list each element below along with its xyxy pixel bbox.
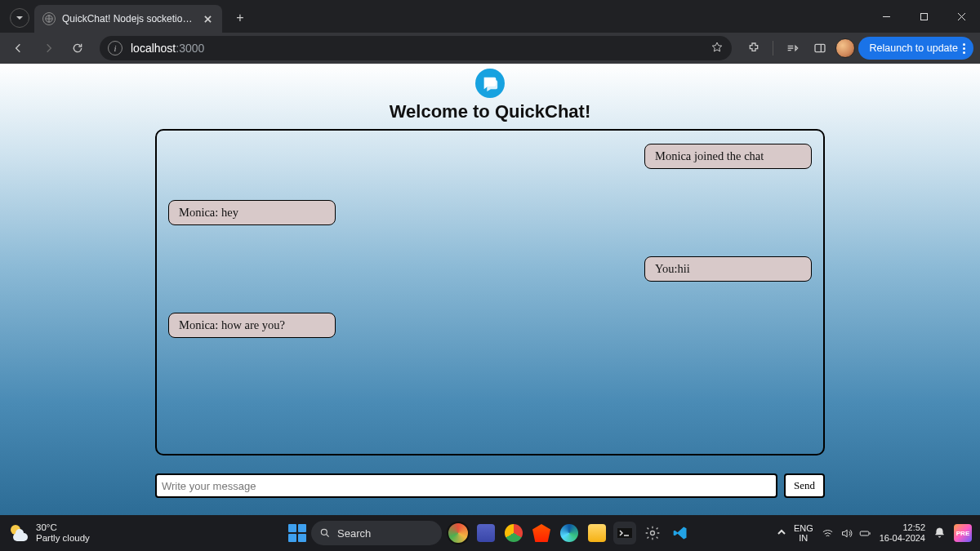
chat-message-row: Monica: hey (168, 200, 812, 225)
chat-container: Monica joined the chat Monica: hey You:h… (155, 129, 825, 455)
search-highlight-icon[interactable] (447, 522, 470, 544)
system-icons[interactable] (822, 527, 871, 540)
taskbar-center: Search (288, 521, 692, 545)
back-button[interactable] (7, 36, 31, 60)
relaunch-label: Relaunch to update (870, 42, 958, 54)
tray-overflow-button[interactable] (777, 528, 786, 538)
notifications-button[interactable] (933, 527, 946, 540)
new-tab-button[interactable]: + (229, 7, 252, 29)
extensions-icon[interactable] (742, 36, 766, 60)
tab-title: QuickChat! Nodejs socketio ch… (62, 13, 194, 24)
window-controls (867, 0, 980, 33)
clock-date: 16-04-2024 (880, 533, 925, 544)
taskbar-app-brave[interactable] (530, 522, 553, 544)
chat-message-row: Monica joined the chat (168, 144, 812, 169)
menu-dots-icon (963, 43, 965, 54)
start-button[interactable] (288, 524, 306, 542)
chat-message-row: You:hii (168, 256, 812, 282)
language-indicator[interactable]: ENG IN (794, 523, 813, 543)
svg-rect-4 (617, 528, 632, 538)
toolbar-divider (773, 41, 773, 56)
url-text: localhost:3000 (131, 42, 702, 55)
address-bar[interactable]: i localhost:3000 (100, 36, 732, 60)
reload-button[interactable] (65, 36, 90, 60)
weather-widget[interactable]: 30°C Partly cloudy (8, 522, 90, 544)
message-input[interactable] (155, 473, 777, 498)
chat-bubble: Monica: hey (168, 200, 336, 225)
tab-search-button[interactable] (10, 8, 29, 28)
clock[interactable]: 12:52 16-04-2024 (880, 522, 925, 543)
window-close-button[interactable] (942, 0, 980, 33)
taskbar-app-vscode[interactable] (669, 522, 692, 544)
svg-point-5 (651, 531, 655, 535)
taskbar-search[interactable]: Search (311, 521, 442, 545)
svg-point-3 (321, 529, 327, 535)
svg-rect-1 (920, 13, 927, 20)
weather-desc: Partly cloudy (36, 533, 90, 544)
taskbar-app-explorer[interactable] (586, 522, 608, 544)
windows-taskbar: 30°C Partly cloudy Search ENG IN (0, 515, 980, 551)
media-control-icon[interactable] (780, 36, 804, 60)
tab-close-button[interactable] (201, 12, 214, 25)
taskbar-app-chrome[interactable] (502, 522, 525, 544)
taskbar-app-settings[interactable] (641, 522, 664, 544)
weather-temp: 30°C (36, 522, 90, 533)
search-placeholder: Search (337, 527, 371, 540)
profile-avatar[interactable] (835, 38, 855, 58)
volume-icon (840, 527, 853, 540)
svg-rect-2 (815, 44, 825, 51)
globe-icon (42, 12, 56, 25)
wifi-icon (822, 527, 834, 540)
chat-bubble: You:hii (644, 256, 812, 282)
browser-tab[interactable]: QuickChat! Nodejs socketio ch… (34, 5, 222, 33)
page-viewport: Welcome to QuickChat! Monica joined the … (0, 64, 980, 515)
sidepanel-icon[interactable] (808, 36, 832, 60)
window-minimize-button[interactable] (867, 0, 905, 33)
pre-badge[interactable]: PRE (954, 524, 972, 542)
compose-bar: Send (155, 473, 825, 498)
window-maximize-button[interactable] (905, 0, 942, 33)
app-logo-icon (475, 69, 505, 98)
battery-icon (859, 527, 871, 540)
taskbar-app-teams[interactable] (474, 522, 497, 544)
bookmark-star-icon[interactable] (710, 41, 724, 56)
weather-icon (8, 522, 29, 544)
chat-bubble: Monica: how are you? (168, 313, 336, 338)
taskbar-app-terminal[interactable] (613, 522, 636, 544)
chat-message-row: Monica: how are you? (168, 313, 812, 338)
relaunch-update-button[interactable]: Relaunch to update (858, 37, 973, 60)
svg-rect-6 (860, 531, 869, 535)
send-button[interactable]: Send (784, 473, 825, 498)
taskbar-right: ENG IN 12:52 16-04-2024 PRE (777, 522, 972, 543)
browser-toolbar: i localhost:3000 Relaunch to update (0, 33, 980, 64)
forward-button[interactable] (36, 36, 60, 60)
chat-bubble: Monica joined the chat (644, 144, 812, 169)
browser-titlebar: QuickChat! Nodejs socketio ch… + (0, 0, 980, 33)
site-info-icon[interactable]: i (108, 41, 122, 56)
page-title: Welcome to QuickChat! (390, 101, 591, 122)
clock-time: 12:52 (880, 522, 925, 533)
taskbar-app-edge[interactable] (558, 522, 581, 544)
